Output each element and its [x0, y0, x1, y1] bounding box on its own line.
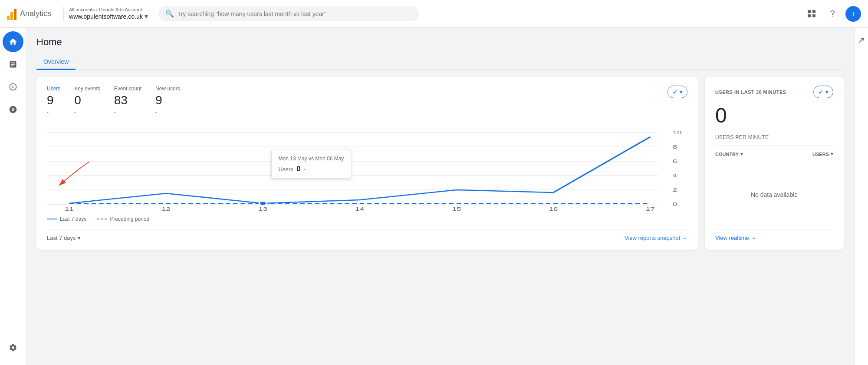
view-reports-link[interactable]: View reports snapshot →	[625, 235, 687, 241]
metric-event-count: Event count 83 -	[114, 86, 141, 115]
right-divider	[715, 146, 833, 146]
metric-new-users-value: 9	[155, 93, 180, 107]
metric-users-value: 9	[47, 93, 60, 107]
right-check-icon: ✓	[818, 88, 824, 96]
metric-users-label[interactable]: Users	[47, 86, 60, 92]
comparison-button[interactable]: ✓ ▾	[667, 86, 687, 98]
right-check-button[interactable]: ✓ ▾	[813, 86, 833, 98]
metrics-row: Users 9 - Key events 0 - Event count 83 …	[47, 86, 687, 115]
svg-text:2: 2	[673, 187, 677, 192]
metric-new-users-label[interactable]: New users	[155, 86, 180, 92]
date-selector-arrow: ▾	[78, 235, 81, 241]
chart-svg: 11 May 12 13 14 15 16 17 10 8 6	[47, 124, 687, 211]
topbar: Analytics All accounts › Google Ads Acco…	[0, 0, 868, 28]
svg-text:6: 6	[673, 159, 677, 164]
svg-text:15: 15	[452, 206, 461, 211]
search-input[interactable]	[178, 10, 412, 17]
svg-text:0: 0	[673, 202, 677, 207]
cards-row: Users 9 - Key events 0 - Event count 83 …	[36, 77, 844, 250]
metric-key-events-value: 0	[74, 93, 100, 107]
advertising-icon	[9, 105, 17, 114]
svg-text:17: 17	[646, 206, 655, 211]
legend-dashed: Preceding period	[97, 216, 149, 222]
settings-icon	[9, 343, 17, 352]
metric-event-count-change: -	[114, 109, 141, 115]
layout: Home Overview Users 9 - Key events 0	[0, 28, 868, 365]
metric-users-change: -	[47, 109, 60, 115]
right-card: USERS IN LAST 30 MINUTES ✓ ▾ 0 USERS PER…	[705, 77, 844, 250]
sparkline-icon: ↗	[858, 35, 865, 45]
right-table-header: COUNTRY ▾ USERS ▾	[715, 151, 833, 157]
grid-icon	[808, 10, 815, 18]
breadcrumb: All accounts › Google Ads Account www.op…	[69, 7, 148, 20]
app-logo: Analytics	[7, 8, 51, 20]
realtime-subtitle: USERS PER MINUTE	[715, 134, 833, 140]
svg-text:13: 13	[258, 206, 267, 211]
right-panel-toggle[interactable]: ↗	[854, 28, 868, 365]
right-card-header: USERS IN LAST 30 MINUTES ✓ ▾	[715, 86, 833, 98]
no-data-message: No data available	[715, 160, 833, 229]
legend-dashed-line	[97, 219, 107, 219]
legend-solid: Last 7 days	[47, 216, 86, 222]
sidebar-item-explore[interactable]	[3, 76, 23, 97]
sidebar	[0, 28, 26, 365]
svg-text:12: 12	[161, 206, 171, 211]
view-realtime-link[interactable]: View realtime →	[715, 235, 833, 241]
right-card-footer: View realtime →	[715, 229, 833, 241]
country-column-header[interactable]: COUNTRY ▾	[715, 151, 743, 157]
metric-key-events-change: -	[74, 109, 100, 115]
app-name: Analytics	[20, 9, 51, 18]
sidebar-item-home[interactable]	[3, 31, 23, 52]
breadcrumb-dropdown-icon[interactable]: ▾	[145, 12, 148, 20]
metric-new-users-change: -	[155, 109, 180, 115]
main-card: Users 9 - Key events 0 - Event count 83 …	[36, 77, 698, 250]
metric-key-events: Key events 0 -	[74, 86, 100, 115]
topbar-divider	[63, 7, 64, 21]
date-selector[interactable]: Last 7 days ▾	[47, 235, 81, 241]
svg-text:11: 11	[65, 206, 74, 211]
main-content: Home Overview Users 9 - Key events 0	[26, 28, 854, 365]
users-column-header[interactable]: USERS ▾	[812, 151, 833, 157]
topbar-actions: ? T	[804, 6, 861, 22]
legend: Last 7 days Preceding period	[47, 216, 687, 222]
metric-event-count-value: 83	[114, 93, 141, 107]
metric-event-count-label[interactable]: Event count	[114, 86, 141, 92]
sidebar-item-advertising[interactable]	[3, 99, 23, 120]
svg-text:10: 10	[673, 130, 682, 135]
home-icon	[9, 37, 17, 46]
metric-users: Users 9 -	[47, 86, 60, 115]
help-button[interactable]: ?	[825, 6, 840, 22]
logo-icon	[7, 8, 16, 20]
realtime-value: 0	[715, 103, 833, 127]
svg-text:4: 4	[673, 173, 677, 178]
sidebar-item-reports[interactable]	[3, 54, 23, 75]
reports-icon	[9, 60, 17, 69]
metric-key-events-label[interactable]: Key events	[74, 86, 100, 92]
svg-text:14: 14	[355, 206, 364, 211]
metric-new-users: New users 9 -	[155, 86, 180, 115]
legend-solid-label: Last 7 days	[60, 216, 86, 222]
svg-text:8: 8	[673, 144, 677, 149]
page-title: Home	[36, 36, 844, 48]
breadcrumb-top: All accounts › Google Ads Account	[69, 7, 148, 12]
sidebar-item-settings[interactable]	[3, 337, 23, 358]
comparison-arrow: ▾	[680, 89, 683, 95]
avatar[interactable]: T	[845, 6, 861, 22]
annotation-area: 11 May 12 13 14 15 16 17 10 8 6	[47, 124, 687, 211]
date-selector-label: Last 7 days	[47, 235, 76, 241]
right-check-arrow: ▾	[825, 89, 829, 95]
explore-icon	[9, 83, 17, 91]
search-bar[interactable]: 🔍	[158, 6, 419, 21]
legend-solid-line	[47, 219, 57, 219]
svg-point-6	[259, 201, 266, 206]
tab-overview[interactable]: Overview	[36, 55, 76, 70]
right-card-title: USERS IN LAST 30 MINUTES	[715, 90, 786, 95]
grid-menu-button[interactable]	[804, 6, 819, 22]
tab-bar: Overview	[36, 55, 844, 70]
sidebar-bottom	[3, 337, 23, 362]
country-col-arrow: ▾	[740, 151, 743, 157]
breadcrumb-main[interactable]: www.opulentsoftware.co.uk ▾	[69, 12, 148, 20]
search-icon: 🔍	[165, 10, 174, 18]
chart-area: 11 May 12 13 14 15 16 17 10 8 6	[47, 124, 687, 211]
legend-dashed-label: Preceding period	[110, 216, 149, 222]
